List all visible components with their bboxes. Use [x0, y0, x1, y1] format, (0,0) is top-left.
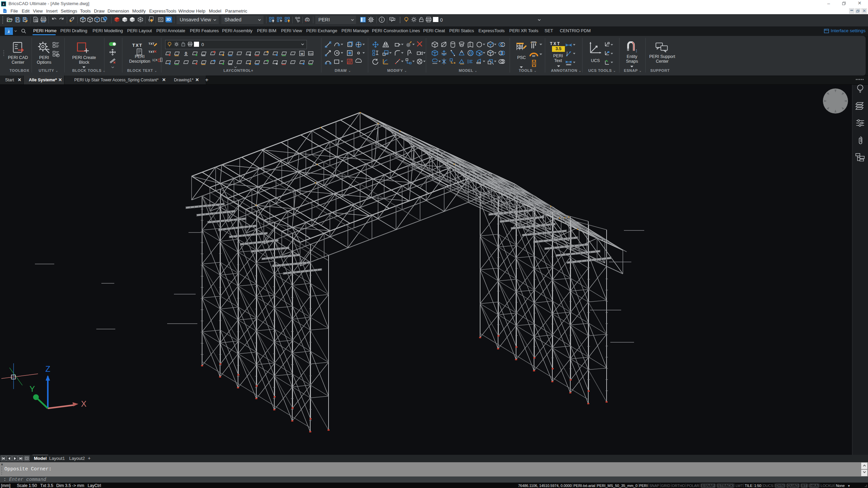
svg-text:Sub: Sub [309, 53, 313, 55]
svg-text:M: M [300, 52, 303, 56]
svg-text:0: 0 [185, 51, 187, 56]
svg-text:λ: λ [4, 10, 5, 12]
svg-text:z: z [307, 19, 309, 21]
svg-text:1: 1 [636, 48, 637, 53]
svg-text:λ: λ [7, 29, 10, 34]
svg-text:λ: λ [3, 2, 4, 6]
svg-text:RF: RF [532, 55, 536, 57]
svg-text:X: X [81, 399, 86, 408]
